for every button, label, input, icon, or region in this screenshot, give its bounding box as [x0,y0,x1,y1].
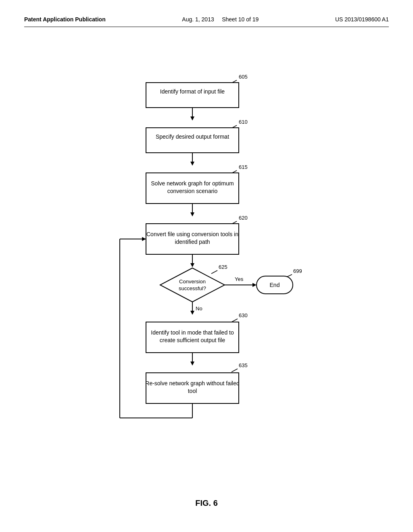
arrowhead-610-615 [190,162,194,166]
svg-line-5 [287,274,292,277]
no-label: No [196,305,202,312]
feedback-arrowhead [142,237,146,241]
box-610 [146,128,239,153]
text-630a: Identify tool in mode that failed to [151,329,234,336]
yes-label: Yes [235,276,244,282]
figure-caption: FIG. 6 [24,499,389,508]
arrowhead-605-610 [190,116,194,121]
label-630: 630 [239,312,248,318]
text-625a: Conversion [179,278,206,285]
text-630b: create sufficient output file [160,337,225,343]
box-605 [146,83,239,108]
label-699: 699 [293,268,302,274]
arrowhead-615-620 [190,212,194,216]
patent-number-label: US 2013/0198600 A1 [335,16,389,23]
label-620: 620 [239,215,248,221]
label-625: 625 [219,264,227,270]
svg-line-7 [232,369,238,372]
sheet-label: Sheet 10 of 19 [222,16,259,23]
text-620a: Convert file using conversion tools in [146,231,238,237]
page-header: Patent Application Publication Aug. 1, 2… [24,16,389,27]
text-605: Identify format of input file [160,88,225,95]
svg-line-6 [232,319,238,322]
svg-line-4 [211,270,217,274]
text-end: End [270,282,280,288]
page: Patent Application Publication Aug. 1, 2… [0,0,413,532]
flowchart-diagram: 605 Identify format of input file 610 Sp… [65,51,348,474]
label-610: 610 [239,119,248,125]
label-615: 615 [239,164,248,170]
text-615b: conversion scenario [167,188,218,194]
label-635: 635 [239,362,248,368]
date-label: Aug. 1, 2013 [182,16,214,23]
arrowhead-630-635 [190,362,194,366]
publication-label: Patent Application Publication [24,16,106,23]
arrowhead-yes [252,283,257,287]
text-635a: Re-solve network graph without failed [145,380,239,387]
text-635b: tool [188,388,197,394]
text-620b: identified path [175,239,210,245]
label-605: 605 [239,74,248,80]
arrowhead-620-625 [190,263,194,267]
diamond-625 [160,268,225,302]
text-625b: successful? [179,285,206,291]
date-sheet-label: Aug. 1, 2013 Sheet 10 of 19 [182,16,259,23]
arrowhead-no [190,311,194,315]
text-610: Specify desired output format [156,133,229,140]
text-615a: Solve network graph for optimum [151,180,234,187]
